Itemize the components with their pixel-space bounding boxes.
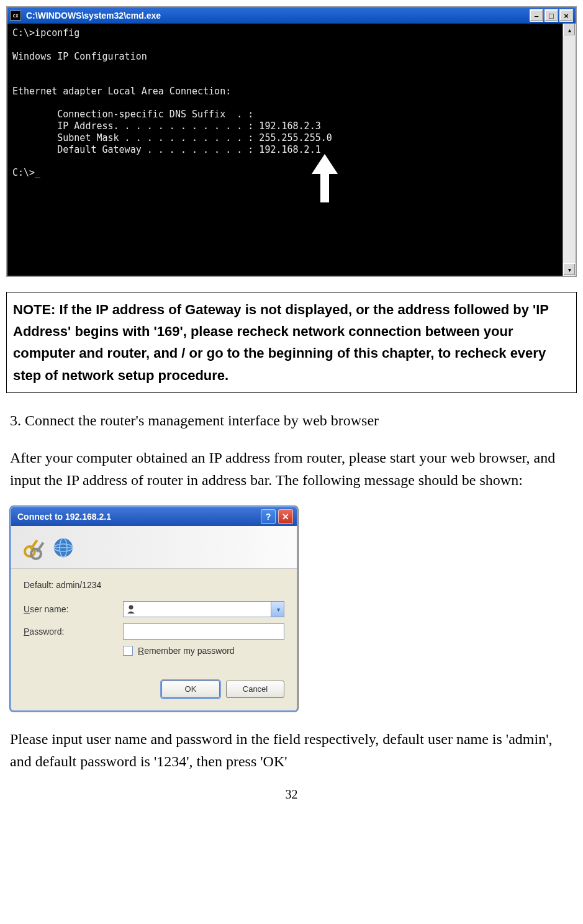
- cmd-icon: cx: [10, 11, 21, 20]
- svg-marker-0: [312, 154, 338, 202]
- scroll-track[interactable]: [563, 36, 576, 263]
- person-icon: [126, 604, 136, 614]
- step-title: 3. Connect the router's management inter…: [10, 409, 573, 432]
- chevron-down-icon: ▾: [277, 605, 280, 612]
- cancel-button[interactable]: Cancel: [226, 681, 284, 698]
- note-box: NOTE: If the IP address of Gateway is no…: [6, 292, 577, 393]
- password-label: Password:: [24, 627, 123, 636]
- dialog-close-button[interactable]: ✕: [278, 509, 293, 524]
- username-field[interactable]: ▾: [123, 601, 284, 617]
- svg-point-3: [31, 549, 41, 559]
- globe-icon: [52, 533, 75, 561]
- maximize-button[interactable]: □: [545, 9, 558, 22]
- cmd-window: cx C:\WINDOWS\system32\cmd.exe – □ × C:\…: [6, 6, 577, 277]
- keys-icon: [21, 533, 50, 561]
- dialog-hint: Default: admin/1234: [24, 580, 284, 590]
- remember-checkbox[interactable]: [123, 646, 133, 656]
- step-body: After your computer obtained an IP addre…: [10, 446, 573, 491]
- svg-point-1: [25, 546, 35, 556]
- minimize-button[interactable]: –: [530, 9, 543, 22]
- closing-text: Please input user name and password in t…: [10, 728, 573, 772]
- cmd-titlebar[interactable]: cx C:\WINDOWS\system32\cmd.exe – □ ×: [7, 7, 576, 24]
- page-number: 32: [6, 787, 577, 802]
- arrow-up-icon: [312, 154, 338, 202]
- svg-point-9: [129, 605, 133, 609]
- cmd-output: C:\>ipconfig Windows IP Configuration Et…: [7, 24, 563, 276]
- dialog-banner: [11, 526, 297, 569]
- help-button[interactable]: ?: [261, 509, 276, 524]
- close-button[interactable]: ×: [559, 9, 573, 22]
- dialog-titlebar[interactable]: Connect to 192.168.2.1 ? ✕: [11, 507, 297, 526]
- login-dialog: Connect to 192.168.2.1 ? ✕ Default: admi…: [10, 506, 298, 712]
- remember-label: Remember my password: [138, 646, 235, 656]
- scroll-up-button[interactable]: ▴: [563, 24, 576, 36]
- dialog-title-text: Connect to 192.168.2.1: [17, 512, 111, 522]
- ok-button[interactable]: OK: [161, 681, 220, 698]
- password-field[interactable]: [123, 623, 284, 640]
- scrollbar[interactable]: ▴ ▾: [563, 24, 576, 276]
- cmd-title-text: C:\WINDOWS\system32\cmd.exe: [26, 11, 161, 20]
- username-label: User name:: [24, 604, 123, 614]
- scroll-down-button[interactable]: ▾: [563, 263, 576, 276]
